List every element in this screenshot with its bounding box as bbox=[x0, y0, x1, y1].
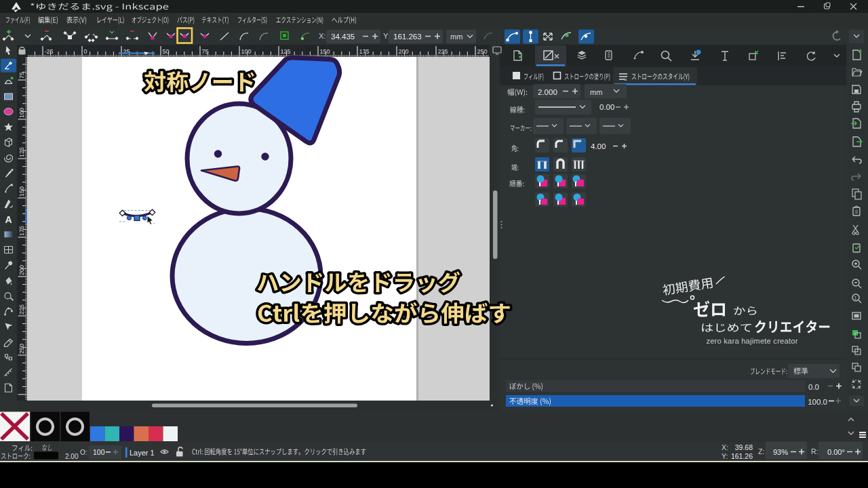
svg-text:100: 100 bbox=[18, 108, 25, 118]
svg-text:2.00: 2.00 bbox=[65, 453, 79, 460]
svg-text:O:: O: bbox=[80, 449, 87, 456]
svg-text:175: 175 bbox=[359, 48, 370, 55]
svg-text:100: 100 bbox=[241, 48, 252, 55]
svg-text:200: 200 bbox=[18, 265, 25, 275]
svg-text:R:: R: bbox=[811, 447, 818, 455]
svg-text:mm: mm bbox=[590, 88, 602, 96]
svg-text:50: 50 bbox=[163, 48, 170, 55]
svg-text:250: 250 bbox=[477, 48, 488, 55]
svg-text:X:: X: bbox=[319, 32, 326, 40]
svg-text:225: 225 bbox=[18, 304, 25, 314]
svg-text:161.263: 161.263 bbox=[393, 33, 422, 41]
svg-text:mm: mm bbox=[450, 33, 462, 41]
svg-text:Y:: Y: bbox=[722, 452, 728, 460]
svg-text:125: 125 bbox=[18, 147, 25, 157]
svg-text:-25: -25 bbox=[45, 48, 54, 55]
svg-text:0.0: 0.0 bbox=[808, 383, 819, 391]
svg-text:161.26: 161.26 bbox=[731, 452, 753, 460]
svg-text:250: 250 bbox=[18, 344, 25, 354]
svg-text:100.0: 100.0 bbox=[808, 398, 827, 406]
svg-text:125: 125 bbox=[281, 48, 291, 55]
svg-text:X:: X: bbox=[722, 443, 728, 451]
svg-text:Z:: Z: bbox=[758, 447, 764, 455]
svg-text:175: 175 bbox=[18, 226, 25, 236]
svg-text:75: 75 bbox=[18, 72, 25, 79]
svg-text:0: 0 bbox=[84, 48, 87, 55]
svg-text:150: 150 bbox=[18, 186, 25, 197]
svg-text:39.68: 39.68 bbox=[735, 443, 753, 451]
svg-text:0.00: 0.00 bbox=[599, 103, 614, 111]
svg-text:93%: 93% bbox=[773, 448, 788, 456]
svg-text:1: 1 bbox=[854, 296, 857, 300]
svg-text:0.00°: 0.00° bbox=[827, 448, 845, 456]
svg-text:Layer 1: Layer 1 bbox=[130, 449, 155, 457]
svg-text:225: 225 bbox=[438, 48, 448, 55]
svg-text:100: 100 bbox=[93, 448, 105, 456]
svg-text:A: A bbox=[5, 214, 12, 225]
svg-text:75: 75 bbox=[202, 48, 209, 55]
svg-text:4.00: 4.00 bbox=[591, 142, 606, 150]
svg-text:34.435: 34.435 bbox=[331, 33, 355, 41]
svg-text:2.000: 2.000 bbox=[538, 88, 557, 96]
svg-text:150: 150 bbox=[320, 48, 330, 55]
svg-text:zero kara hajimete creator: zero kara hajimete creator bbox=[706, 337, 797, 345]
svg-text:200: 200 bbox=[399, 48, 409, 55]
